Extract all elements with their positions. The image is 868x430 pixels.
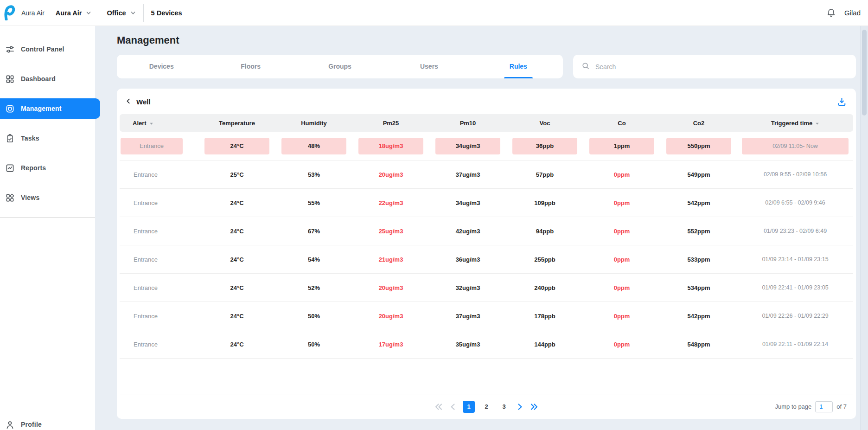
sidebar-item-views[interactable]: Views bbox=[0, 187, 95, 208]
location-selector[interactable]: Office bbox=[107, 9, 135, 17]
main-content: Management DevicesFloorsGroupsUsersRules bbox=[95, 26, 860, 430]
cell-value: 32ug/m3 bbox=[456, 284, 480, 291]
cell-temperature: 25°C bbox=[198, 171, 275, 178]
cell-alert: Entrance bbox=[120, 256, 198, 263]
cell-value: 542ppm bbox=[687, 313, 710, 320]
cell-co2: 534ppm bbox=[660, 284, 737, 291]
cell-humidity: 54% bbox=[275, 256, 352, 263]
cell-value: 240ppb bbox=[534, 284, 555, 291]
cell-value: 0ppm bbox=[614, 284, 630, 291]
column-header-label: Alert bbox=[133, 120, 147, 127]
table-row[interactable]: Entrance24°C67%25ug/m342ug/m394ppb0ppm55… bbox=[120, 217, 853, 245]
column-header-alert[interactable]: Alert bbox=[120, 120, 198, 127]
scrollbar-thumb[interactable] bbox=[862, 30, 867, 116]
cell-value: 18ug/m3 bbox=[358, 138, 423, 154]
cell-temperature: 24°C bbox=[198, 284, 275, 291]
cell-value: 0ppm bbox=[614, 313, 630, 320]
cell-co2: 550ppm bbox=[660, 138, 737, 154]
cell-pm10: 32ug/m3 bbox=[429, 284, 506, 291]
cell-pm25: 17ug/m3 bbox=[352, 341, 429, 348]
table-row[interactable]: Entrance25°C53%20ug/m337ug/m357ppb0ppm54… bbox=[120, 160, 853, 189]
column-header-co2: Co2 bbox=[660, 120, 737, 127]
cell-value: 0ppm bbox=[614, 199, 630, 206]
cell-value: 02/09 9:55 - 02/09 10:56 bbox=[764, 171, 827, 178]
pagination-next-icon[interactable] bbox=[516, 403, 524, 411]
cell-temperature: 24°C bbox=[198, 138, 275, 154]
back-button[interactable]: Well bbox=[125, 98, 151, 106]
tab-groups[interactable]: Groups bbox=[295, 55, 384, 78]
cell-pm25: 22ug/m3 bbox=[352, 199, 429, 206]
column-header-label: Voc bbox=[540, 120, 550, 127]
cell-value: 0ppm bbox=[614, 228, 630, 235]
cell-co: 0ppm bbox=[583, 284, 660, 291]
pagination-first-icon[interactable] bbox=[434, 403, 443, 411]
cell-value: Entrance bbox=[120, 256, 158, 263]
cell-value: 94ppb bbox=[536, 228, 554, 235]
cell-value: Entrance bbox=[120, 171, 158, 178]
table-row[interactable]: Entrance24°C55%22ug/m334ug/m3109ppb0ppm5… bbox=[120, 189, 853, 217]
table-row[interactable]: Entrance24°C48%18ug/m334ug/m336ppb1ppm55… bbox=[120, 132, 853, 160]
cell-value: 533ppm bbox=[687, 256, 710, 263]
cell-voc: 255ppb bbox=[506, 256, 583, 263]
sidebar-item-reports[interactable]: Reports bbox=[0, 158, 95, 178]
tab-users[interactable]: Users bbox=[384, 55, 473, 78]
download-icon[interactable] bbox=[837, 97, 847, 107]
column-header-co: Co bbox=[583, 120, 660, 127]
cell-value: 55% bbox=[308, 199, 320, 206]
column-header-pm10: Pm10 bbox=[429, 120, 506, 127]
pagination-last-icon[interactable] bbox=[530, 403, 539, 411]
management-icon bbox=[5, 104, 14, 113]
cell-value: 0ppm bbox=[614, 341, 630, 348]
cell-pm10: 35ug/m3 bbox=[429, 341, 506, 348]
sidebar-item-dashboard[interactable]: Dashboard bbox=[0, 69, 95, 89]
cell-humidity: 52% bbox=[275, 284, 352, 291]
notifications-bell-icon[interactable] bbox=[826, 8, 836, 18]
cell-humidity: 55% bbox=[275, 199, 352, 206]
search-box[interactable] bbox=[573, 55, 856, 78]
rule-name: Well bbox=[136, 98, 151, 106]
column-header-pm25: Pm25 bbox=[352, 120, 429, 127]
cell-co2: 533ppm bbox=[660, 256, 737, 263]
cell-co: 0ppm bbox=[583, 341, 660, 348]
cell-value: 24°C bbox=[230, 284, 243, 291]
tab-rules[interactable]: Rules bbox=[474, 55, 563, 78]
cell-value: 534ppm bbox=[687, 284, 710, 291]
cell-value: 01/09 22:41 - 01/09 23:05 bbox=[762, 284, 828, 291]
pagination-page-1[interactable]: 1 bbox=[463, 401, 475, 413]
pagination-page-3[interactable]: 3 bbox=[498, 401, 510, 413]
jump-to-page-input[interactable] bbox=[815, 401, 833, 412]
sidebar-item-control-panel[interactable]: Control Panel bbox=[0, 39, 95, 59]
sidebar-item-management[interactable]: Management bbox=[0, 98, 100, 119]
column-header-temperature: Temperature bbox=[198, 120, 275, 127]
table-row[interactable]: Entrance24°C52%20ug/m332ug/m3240ppb0ppm5… bbox=[120, 274, 853, 302]
search-input[interactable] bbox=[595, 63, 848, 71]
organization-selector[interactable]: Aura Air bbox=[56, 9, 92, 17]
topbar-divider bbox=[99, 4, 99, 22]
table-row[interactable]: Entrance24°C50%20ug/m337ug/m3178ppb0ppm5… bbox=[120, 302, 853, 330]
tab-bar: DevicesFloorsGroupsUsersRules bbox=[117, 55, 563, 78]
sidebar-item-profile[interactable]: Profile bbox=[0, 414, 95, 430]
tab-devices[interactable]: Devices bbox=[117, 55, 206, 78]
cell-alert: Entrance bbox=[120, 313, 198, 320]
tab-floors[interactable]: Floors bbox=[206, 55, 295, 78]
cell-value: Entrance bbox=[120, 313, 158, 320]
user-name[interactable]: Gilad bbox=[844, 9, 861, 17]
organization-selector-label: Aura Air bbox=[56, 9, 82, 17]
column-header-triggered-time[interactable]: Triggered time bbox=[737, 120, 853, 127]
cell-value: 1ppm bbox=[589, 138, 654, 154]
cell-value: 0ppm bbox=[614, 256, 630, 263]
page-scrollbar[interactable] bbox=[860, 26, 868, 430]
pagination-page-2[interactable]: 2 bbox=[480, 401, 492, 413]
sort-caret-icon bbox=[149, 122, 153, 126]
cell-value: 542ppm bbox=[687, 199, 710, 206]
sidebar-item-tasks[interactable]: Tasks bbox=[0, 128, 95, 148]
page-title: Management bbox=[117, 34, 856, 46]
cell-value: 24°C bbox=[204, 138, 269, 154]
cell-temperature: 24°C bbox=[198, 341, 275, 348]
pagination-previous-icon[interactable] bbox=[449, 403, 457, 411]
cell-value: 22ug/m3 bbox=[379, 199, 403, 206]
cell-pm25: 21ug/m3 bbox=[352, 256, 429, 263]
cell-co: 0ppm bbox=[583, 199, 660, 206]
table-row[interactable]: Entrance24°C50%17ug/m335ug/m3144ppb0ppm5… bbox=[120, 330, 853, 359]
table-row[interactable]: Entrance24°C54%21ug/m336ug/m3255ppb0ppm5… bbox=[120, 245, 853, 274]
